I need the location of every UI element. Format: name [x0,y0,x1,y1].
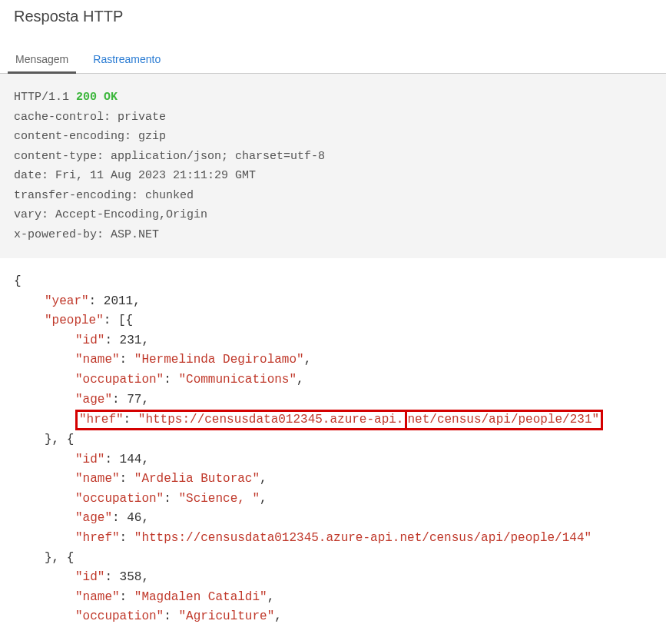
val-href-left: "https://censusdata012345.azure-api. [138,413,404,427]
href-highlight-right: net/census/api/people/231" [406,410,603,430]
colon: : [164,609,178,623]
close-open: }, { [45,433,74,446]
open-array: [{ [118,314,133,327]
key-year: "year" [45,294,89,308]
val-occupation: "Communications" [178,373,297,387]
comma: , [260,492,267,506]
colon: : [104,453,119,466]
key-name: "name" [75,353,120,367]
header-transfer-encoding: transfer-encoding: chunked [14,189,194,202]
val-name: "Magdalen Cataldi" [134,590,267,604]
header-vary: vary: Accept-Encoding,Origin [14,208,207,221]
colon: : [120,353,134,367]
key-people: "people" [45,314,104,327]
val-id: 231 [120,334,142,347]
brace-open: { [14,274,22,288]
key-href: "href" [79,413,124,427]
comma: , [141,570,149,584]
val-name: "Ardelia Butorac" [134,472,260,486]
colon: : [104,570,119,584]
colon: : [164,373,178,387]
comma: , [267,590,275,604]
tab-trace[interactable]: Rastreamento [91,48,162,73]
comma: , [141,511,149,525]
val-age: 46 [127,511,141,525]
colon: : [164,492,178,506]
colon: : [112,511,127,525]
colon: : [112,393,127,407]
comma: , [304,353,312,367]
tab-message[interactable]: Mensagem [14,48,70,73]
val-age: 77 [127,393,141,407]
colon: : [120,531,134,545]
key-occupation: "occupation" [75,373,164,387]
colon: : [124,413,138,427]
val-year: 2011 [104,294,133,308]
comma: , [141,453,149,466]
close-open: }, { [45,551,74,565]
header-date: date: Fri, 11 Aug 2023 21:11:29 GMT [14,169,256,182]
header-cache-control: cache-control: private [14,111,166,124]
header-content-encoding: content-encoding: gzip [14,130,166,143]
val-id: 358 [120,570,142,584]
page-title: Resposta HTTP [0,0,666,30]
http-headers: HTTP/1.1 200 OK cache-control: private c… [0,74,666,258]
val-href: "https://censusdata012345.azure-api.net/… [134,531,591,545]
colon: : [89,294,104,308]
comma: , [141,393,149,407]
key-name: "name" [75,590,120,604]
colon: : [104,314,118,327]
header-x-powered-by: x-powered-by: ASP.NET [14,228,159,241]
key-age: "age" [75,393,112,407]
comma: , [133,294,141,308]
key-id: "id" [75,453,104,466]
val-href-right: net/census/api/people/231" [407,413,599,427]
href-highlight-left: "href": "https://censusdata012345.azure-… [75,410,407,430]
val-name: "Hermelinda Degirolamo" [134,353,304,367]
header-content-type: content-type: application/json; charset=… [14,150,325,163]
http-proto: HTTP/1.1 [14,91,76,104]
key-age: "age" [75,511,112,525]
val-id: 144 [120,453,142,466]
key-occupation: "occupation" [75,492,164,506]
tabs: Mensagem Rastreamento [0,30,666,74]
colon: : [104,334,119,347]
json-body: { "year": 2011, "people": [{ "id": 231, … [6,264,660,635]
key-id: "id" [75,334,104,347]
key-name: "name" [75,472,120,486]
colon: : [120,590,134,604]
comma: , [274,609,282,623]
val-occupation: "Agriculture" [178,609,274,623]
http-status: 200 OK [76,91,118,104]
key-href: "href" [75,531,120,545]
key-id: "id" [75,570,104,584]
comma: , [141,334,149,347]
colon: : [120,472,134,486]
comma: , [260,472,267,486]
val-occupation: "Science, " [178,492,260,506]
comma: , [297,373,304,387]
key-occupation: "occupation" [75,609,164,623]
